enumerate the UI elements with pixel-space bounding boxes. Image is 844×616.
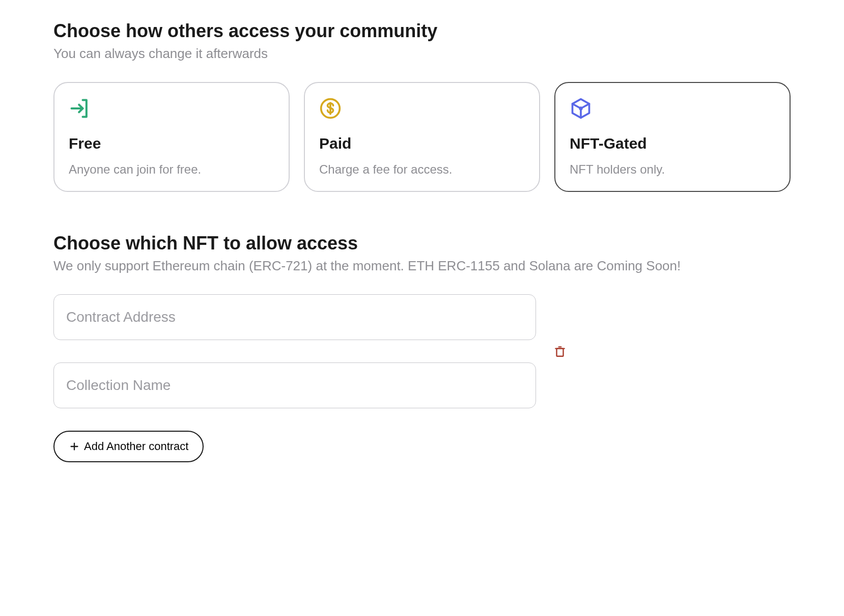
access-option-free-title: Free bbox=[69, 135, 274, 152]
add-contract-label: Add Another contract bbox=[84, 440, 188, 453]
access-option-free-desc: Anyone can join for free. bbox=[69, 162, 274, 177]
add-contract-button[interactable]: Add Another contract bbox=[53, 431, 204, 462]
access-option-paid-desc: Charge a fee for access. bbox=[319, 162, 525, 177]
trash-icon bbox=[553, 345, 567, 358]
access-title: Choose how others access your community bbox=[53, 20, 791, 42]
access-option-free[interactable]: Free Anyone can join for free. bbox=[53, 82, 290, 192]
contract-side-controls bbox=[546, 343, 569, 360]
plus-icon bbox=[69, 441, 80, 452]
contract-input-fields bbox=[53, 294, 536, 408]
dollar-icon bbox=[319, 97, 342, 120]
collection-name-input[interactable] bbox=[53, 362, 536, 408]
access-option-paid[interactable]: Paid Charge a fee for access. bbox=[304, 82, 540, 192]
access-option-nft-gated-desc: NFT holders only. bbox=[570, 162, 775, 177]
delete-contract-button[interactable] bbox=[551, 343, 569, 360]
access-option-nft-gated[interactable]: NFT-Gated NFT holders only. bbox=[554, 82, 791, 192]
nft-subtitle: We only support Ethereum chain (ERC-721)… bbox=[53, 258, 791, 274]
nft-title: Choose which NFT to allow access bbox=[53, 233, 791, 254]
access-options: Free Anyone can join for free. Paid Char… bbox=[53, 82, 791, 192]
svg-point-1 bbox=[579, 106, 582, 110]
contract-address-input[interactable] bbox=[53, 294, 536, 340]
enter-icon bbox=[69, 97, 91, 120]
access-option-nft-gated-title: NFT-Gated bbox=[570, 135, 775, 152]
cube-icon bbox=[570, 97, 592, 120]
access-subtitle: You can always change it afterwards bbox=[53, 46, 791, 62]
contract-input-group bbox=[53, 294, 791, 408]
svg-rect-2 bbox=[557, 349, 564, 356]
access-option-paid-title: Paid bbox=[319, 135, 525, 152]
